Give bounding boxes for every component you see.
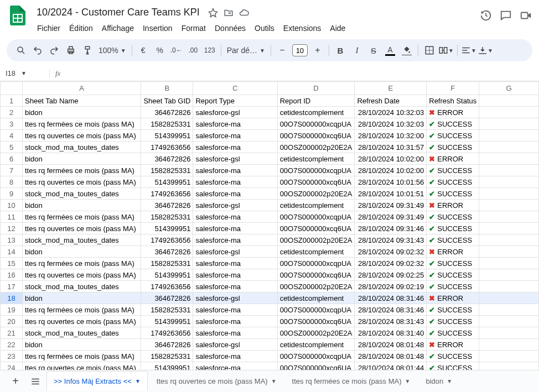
status-cell[interactable]: SUCCESS <box>427 304 479 316</box>
cell[interactable]: salesforce-ma <box>193 327 277 339</box>
cell[interactable] <box>479 188 539 200</box>
cell[interactable]: 514399951 <box>141 176 193 188</box>
row-header-17[interactable]: 17 <box>1 281 23 292</box>
merge-cells-icon[interactable]: ▼ <box>438 43 454 58</box>
cell[interactable] <box>479 211 539 223</box>
cell[interactable]: 28/10/2024 08:31:46 <box>355 304 427 316</box>
zoom-dropdown[interactable]: 100%▼ <box>96 46 128 55</box>
cell[interactable]: 364672826 <box>141 292 193 304</box>
status-cell[interactable]: ERROR <box>427 200 479 211</box>
cell[interactable]: salesforce-ma <box>193 130 277 142</box>
menu-format[interactable]: Format <box>178 22 210 35</box>
cell[interactable]: ttes rq fermées ce mois (pass MA) <box>23 304 141 316</box>
row-header-9[interactable]: 9 <box>1 188 23 200</box>
cell[interactable]: 00OSZ000002p20E2A <box>277 327 355 339</box>
cell[interactable]: 1582825331 <box>141 118 193 130</box>
add-sheet-icon[interactable]: + <box>7 373 24 390</box>
cell[interactable]: ttes rq fermées ce mois (pass MA) <box>23 118 141 130</box>
undo-icon[interactable] <box>30 43 45 58</box>
cell[interactable]: salesforce-gsl <box>193 107 277 118</box>
status-cell[interactable]: SUCCESS <box>427 327 479 339</box>
status-cell[interactable]: SUCCESS <box>427 269 479 281</box>
history-icon[interactable] <box>479 9 493 22</box>
cell[interactable]: 00O7S000000xcqpUA <box>277 258 355 269</box>
cell[interactable]: bidon <box>23 246 141 258</box>
cell[interactable]: 00O7S000000xcqpUA <box>277 165 355 176</box>
cell[interactable]: cetidestcomplement <box>277 292 355 304</box>
row-header-1[interactable]: 1 <box>1 95 23 107</box>
cell[interactable]: salesforce-ma <box>193 165 277 176</box>
cell[interactable] <box>479 153 539 165</box>
cell[interactable]: 28/10/2024 09:02:19 <box>355 281 427 292</box>
menu-affichage[interactable]: Affichage <box>98 22 138 35</box>
cell[interactable]: salesforce-ma <box>193 176 277 188</box>
cell[interactable]: 28/10/2024 10:01:51 <box>355 188 427 200</box>
cell[interactable]: 28/10/2024 08:01:48 <box>355 339 427 351</box>
menu-aide[interactable]: Aide <box>326 22 349 35</box>
col-header-A[interactable]: A <box>23 82 141 95</box>
cell[interactable]: ttes rq fermées ce mois (pass MA) <box>23 211 141 223</box>
status-cell[interactable]: ERROR <box>427 107 479 118</box>
cell[interactable]: 28/10/2024 09:31:46 <box>355 223 427 234</box>
cell[interactable]: 28/10/2024 09:31:43 <box>355 234 427 246</box>
cell[interactable]: cetidestcomplement <box>277 246 355 258</box>
cell[interactable]: 364672826 <box>141 153 193 165</box>
cell[interactable]: salesforce-gsl <box>193 200 277 211</box>
increase-font-icon[interactable]: + <box>310 43 325 58</box>
cell[interactable]: ttes rq ouvertes ce mois (pass MA) <box>23 176 141 188</box>
cell[interactable] <box>479 234 539 246</box>
bold-icon[interactable]: B <box>333 43 348 58</box>
cell[interactable] <box>479 269 539 281</box>
cell[interactable]: 1582825331 <box>141 165 193 176</box>
cell[interactable] <box>479 95 539 107</box>
cell[interactable]: ttes rq ouvertes ce mois (pass MA) <box>23 223 141 234</box>
cell[interactable]: ttes rq fermées ce mois (pass MA) <box>23 165 141 176</box>
cell[interactable]: salesforce-ma <box>193 234 277 246</box>
cell[interactable]: salesforce-ma <box>193 223 277 234</box>
cell[interactable]: 364672826 <box>141 107 193 118</box>
cell[interactable]: ttes rq ouvertes ce mois (pass MA) <box>23 269 141 281</box>
cell[interactable]: salesforce-ma <box>193 118 277 130</box>
cell[interactable]: 1749263656 <box>141 327 193 339</box>
status-cell[interactable]: SUCCESS <box>427 188 479 200</box>
vertical-align-icon[interactable]: ▼ <box>478 43 493 58</box>
chevron-down-icon[interactable]: ▼ <box>405 378 411 384</box>
sheet-tab[interactable]: >> Infos Màj Extracts <<▼ <box>46 371 148 391</box>
cell[interactable]: ttes rq fermées ce mois (pass MA) <box>23 258 141 269</box>
row-header-8[interactable]: 8 <box>1 176 23 188</box>
cell[interactable]: salesforce-ma <box>193 188 277 200</box>
cell[interactable]: bidon <box>23 292 141 304</box>
cell[interactable]: 514399951 <box>141 130 193 142</box>
row-header-3[interactable]: 3 <box>1 118 23 130</box>
cell[interactable]: salesforce-gsl <box>193 153 277 165</box>
cell[interactable]: 364672826 <box>141 246 193 258</box>
text-color-icon[interactable]: A <box>382 43 398 58</box>
cell[interactable]: 00O7S000000xcq6UA <box>277 316 355 327</box>
status-cell[interactable]: SUCCESS <box>427 211 479 223</box>
cell[interactable] <box>479 176 539 188</box>
cell[interactable]: ttes rq fermées ce mois (pass MA) <box>23 351 141 362</box>
cell[interactable]: 28/10/2024 10:32:00 <box>355 130 427 142</box>
select-all-corner[interactable] <box>1 82 23 95</box>
cell[interactable] <box>479 316 539 327</box>
horizontal-align-icon[interactable]: ▼ <box>461 43 476 58</box>
cell[interactable]: 1749263656 <box>141 234 193 246</box>
row-header-7[interactable]: 7 <box>1 165 23 176</box>
move-folder-icon[interactable] <box>223 7 234 18</box>
menu-extensions[interactable]: Extensions <box>279 22 325 35</box>
status-cell[interactable]: ERROR <box>427 153 479 165</box>
cell[interactable]: 1749263656 <box>141 142 193 153</box>
currency-button[interactable]: € <box>136 43 151 58</box>
italic-icon[interactable]: I <box>349 43 365 58</box>
cell[interactable]: stock_mod_ma_toutes_dates <box>23 281 141 292</box>
cell[interactable] <box>479 223 539 234</box>
col-header-F[interactable]: F <box>427 82 479 95</box>
cell[interactable]: salesforce-ma <box>193 351 277 362</box>
header-cell[interactable]: Sheet Tab Name <box>23 95 141 107</box>
cell[interactable]: 28/10/2024 10:02:00 <box>355 165 427 176</box>
cell[interactable]: 00OSZ000002p20E2A <box>277 188 355 200</box>
cell[interactable]: 00O7S000000xcqpUA <box>277 211 355 223</box>
sheet-tab[interactable]: ttes rq ouvertes ce mois (pass MA)▼ <box>150 372 283 391</box>
cell[interactable] <box>479 327 539 339</box>
increase-decimal-icon[interactable]: .00 <box>185 43 201 58</box>
